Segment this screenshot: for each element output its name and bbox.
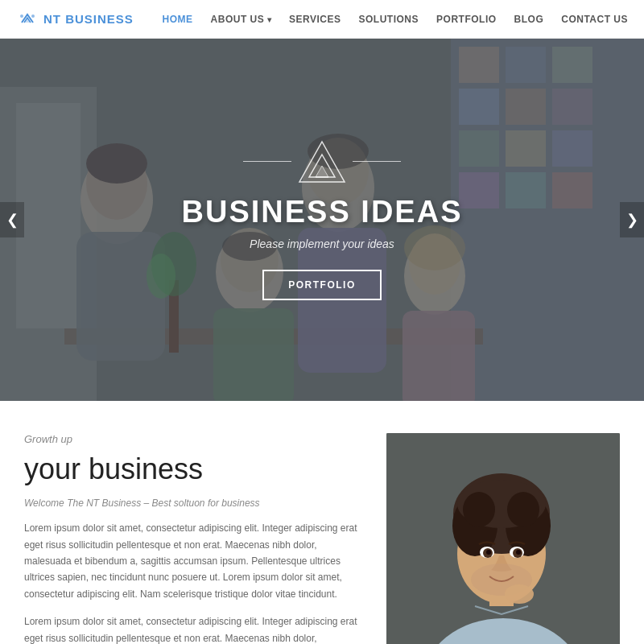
hero-content: BUSINESS IDEAS Please implement your ide…: [0, 39, 644, 401]
about-title: your business: [24, 452, 362, 486]
logo-nt: NT: [43, 12, 61, 26]
hero-cta-button[interactable]: PORTFOLIO: [262, 270, 382, 300]
svg-point-1: [31, 14, 35, 18]
svg-marker-41: [316, 166, 328, 177]
svg-point-61: [505, 584, 534, 604]
hero-line-left: [243, 161, 291, 162]
main-nav: HOME ABOUT US SERVICES SOLUTIONS PORTFOL…: [163, 14, 628, 25]
about-tagline: Welcome The NT Business – Best soltuon f…: [24, 497, 362, 509]
about-label: Growth up: [24, 433, 362, 445]
logo[interactable]: NT BUSINESS: [16, 8, 134, 31]
nav-item-contact[interactable]: CONTACT US: [561, 14, 628, 25]
hero-triangle-icon: [298, 140, 346, 184]
nav-item-solutions[interactable]: SOLUTIONS: [359, 14, 419, 25]
nav-item-portfolio[interactable]: PORTFOLIO: [436, 14, 497, 25]
logo-text: NT BUSINESS: [43, 12, 134, 26]
svg-point-59: [516, 550, 521, 555]
about-right: [386, 433, 620, 644]
hero-section: BUSINESS IDEAS Please implement your ide…: [0, 39, 644, 401]
header: NT BUSINESS HOME ABOUT US SERVICES SOLUT…: [0, 0, 644, 39]
logo-icon: [16, 8, 39, 31]
svg-point-53: [507, 492, 539, 527]
svg-point-52: [463, 492, 495, 527]
hero-line-right: [353, 161, 401, 162]
nav-item-blog[interactable]: BLOG: [514, 14, 544, 25]
about-left: Growth up your business Welcome The NT B…: [24, 433, 362, 644]
portrait-svg: [386, 433, 620, 644]
hero-next-arrow[interactable]: ❯: [620, 202, 644, 237]
svg-point-0: [20, 14, 23, 18]
nav-item-home[interactable]: HOME: [163, 14, 193, 25]
about-section: Growth up your business Welcome The NT B…: [0, 401, 644, 644]
nav-item-services[interactable]: SERVICES: [289, 14, 341, 25]
svg-point-58: [486, 550, 491, 555]
hero-subtitle: Please implement your ideas: [250, 237, 394, 250]
about-body-2: Lorem ipsum dolor sit amet, consectetur …: [24, 613, 362, 644]
nav-item-about[interactable]: ABOUT US: [211, 14, 271, 25]
about-photo: [386, 433, 620, 644]
hero-icon-area: [243, 140, 401, 184]
hero-prev-arrow[interactable]: ❮: [0, 202, 24, 237]
about-body-1: Lorem ipsum dolor sit amet, consectetur …: [24, 520, 362, 602]
hero-title: BUSINESS IDEAS: [182, 195, 463, 229]
